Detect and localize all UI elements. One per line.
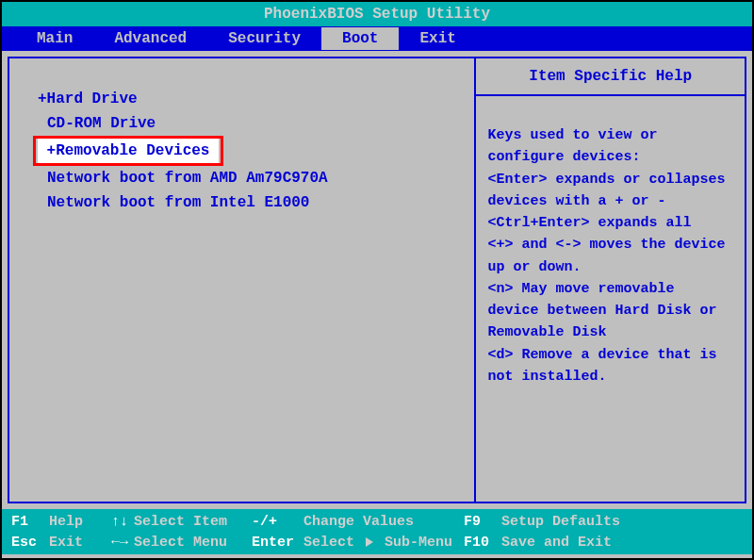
key-f9: F9 [464,514,501,530]
arrows-leftright-icon: ←→ [106,535,134,551]
key-esc: Esc [11,535,49,551]
menu-bar: Main Advanced Security Boot Exit [2,26,752,51]
main-area: +Hard Drive CD-ROM Drive +Removable Devi… [2,51,752,509]
boot-item-removable-wrapper: +Removable Devices [38,136,467,166]
app-title: PhoenixBIOS Setup Utility [264,6,490,23]
help-title: Item Specific Help [476,58,745,96]
label-select-item: Select Item [134,514,252,530]
key-plusminus: -/+ [252,514,303,530]
key-f10: F10 [464,535,501,551]
label-exit: Exit [49,535,106,551]
footer-row-2: Esc Exit ←→ Select Menu Enter Select Sub… [11,532,743,552]
help-text: Keys used to view or configure devices: … [476,96,745,399]
menu-main[interactable]: Main [16,30,93,47]
label-setup-defaults: Setup Defaults [501,514,620,530]
bios-frame: PhoenixBIOS Setup Utility Main Advanced … [2,2,752,558]
menu-boot[interactable]: Boot [321,27,399,50]
help-panel: Item Specific Help Keys used to view or … [475,57,746,503]
boot-item-cdrom[interactable]: CD-ROM Drive [38,111,467,136]
boot-item-removable[interactable]: +Removable Devices [38,139,219,163]
menu-advanced[interactable]: Advanced [93,30,207,47]
label-change-values: Change Values [303,514,464,530]
boot-item-hard-drive[interactable]: +Hard Drive [38,87,467,111]
menu-security[interactable]: Security [207,30,321,47]
boot-order-panel: +Hard Drive CD-ROM Drive +Removable Devi… [8,57,475,503]
footer-bar: F1 Help ↑↓ Select Item -/+ Change Values… [2,509,752,554]
label-help: Help [49,514,106,530]
boot-item-network-intel[interactable]: Network boot from Intel E1000 [38,190,467,215]
key-f1: F1 [11,514,49,530]
triangle-right-icon [366,537,373,547]
label-select-submenu: Select Sub-Menu [303,535,464,551]
arrows-updown-icon: ↑↓ [106,514,134,530]
menu-exit[interactable]: Exit [399,30,476,47]
footer-row-1: F1 Help ↑↓ Select Item -/+ Change Values… [11,511,743,532]
key-enter: Enter [252,535,303,551]
bios-screen: PhoenixBIOS Setup Utility Main Advanced … [0,0,754,560]
label-select-menu: Select Menu [134,535,252,551]
boot-item-network-amd[interactable]: Network boot from AMD Am79C970A [38,166,467,190]
title-bar: PhoenixBIOS Setup Utility [2,2,752,26]
label-save-exit: Save and Exit [501,535,612,551]
highlight-box: +Removable Devices [33,136,223,166]
